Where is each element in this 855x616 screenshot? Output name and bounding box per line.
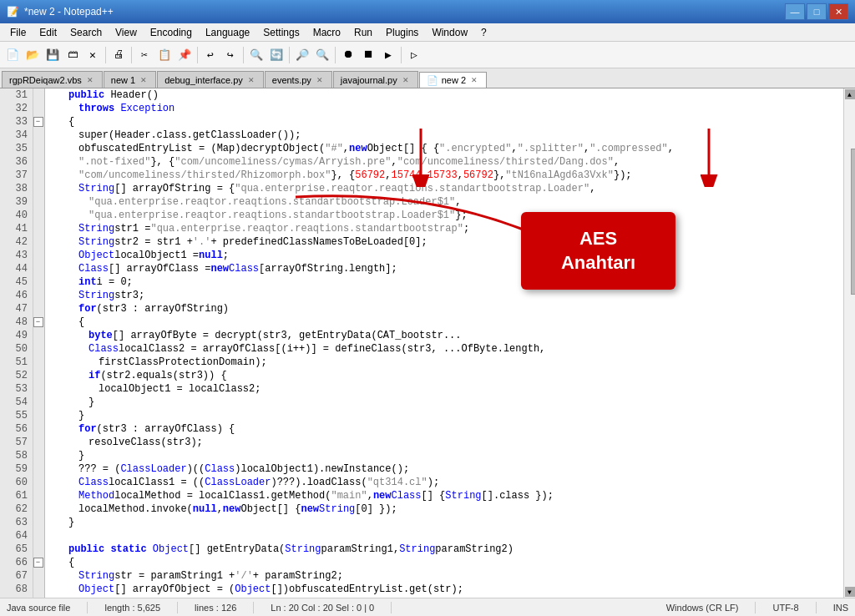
code-line-55: } — [45, 409, 843, 422]
scroll-thumb[interactable] — [851, 149, 856, 295]
ln-39: 39 — [0, 195, 33, 209]
tab-new2[interactable]: 📄 new 2 ✕ — [419, 72, 487, 88]
gutter-33: − — [33, 115, 44, 129]
close-button[interactable]: ✕ — [828, 3, 848, 20]
scroll-down-button[interactable]: ▼ — [845, 587, 855, 597]
code-line-64 — [45, 529, 843, 543]
ln-48: 48 — [0, 316, 33, 329]
code-line-60: Class localClass1 = ((ClassLoader)???).l… — [45, 476, 843, 489]
macro-play-button[interactable]: ▶ — [379, 46, 397, 64]
menu-search[interactable]: Search — [63, 23, 109, 41]
tab-new1-label: new 1 — [111, 75, 135, 85]
tab-events-close[interactable]: ✕ — [316, 76, 323, 84]
separator-1 — [105, 47, 106, 63]
ln-40: 40 — [0, 209, 33, 222]
replace-button[interactable]: 🔄 — [267, 46, 286, 64]
app-icon: 📝 — [7, 6, 19, 18]
menu-plugins[interactable]: Plugins — [379, 23, 425, 41]
copy-button[interactable]: 📋 — [155, 46, 174, 64]
tab-debug[interactable]: debug_interface.py ✕ — [157, 71, 264, 88]
status-lines: lines : 126 — [195, 603, 236, 613]
menu-window[interactable]: Window — [425, 23, 474, 41]
code-line-38: String[] arrayOfString = { "qua.enterpri… — [45, 182, 843, 195]
title-bar-controls[interactable]: — □ ✕ — [785, 3, 848, 20]
code-line-42: String str2 = str1 + '.' + predefinedCla… — [45, 235, 843, 249]
gutter-43 — [33, 249, 44, 262]
tab-events[interactable]: events.py ✕ — [265, 71, 332, 88]
tab-javajournal[interactable]: javajournal.py ✕ — [333, 71, 418, 88]
ln-66: 66 — [0, 556, 33, 569]
new-button[interactable]: 📄 — [3, 46, 22, 64]
gutter-61 — [33, 489, 44, 502]
undo-button[interactable]: ↩ — [201, 46, 220, 64]
menu-edit[interactable]: Edit — [33, 23, 63, 41]
tab-debug-close[interactable]: ✕ — [248, 76, 255, 84]
fold-48[interactable]: − — [33, 317, 43, 327]
tab-new2-close[interactable]: ✕ — [471, 76, 478, 84]
tab-events-label: events.py — [272, 75, 311, 85]
open-button[interactable]: 📂 — [23, 46, 42, 64]
menu-language[interactable]: Language — [199, 23, 256, 41]
code-line-56: for (str3 : arrayOfClass) { — [45, 422, 843, 436]
tab-vbs-close[interactable]: ✕ — [87, 76, 94, 84]
save-all-button[interactable]: 🗃 — [63, 46, 82, 64]
fold-66[interactable]: − — [33, 558, 43, 568]
cut-button[interactable]: ✂ — [135, 46, 154, 64]
line-numbers: 31 32 33 34 35 36 37 38 39 40 41 42 43 4… — [0, 88, 33, 598]
save-button[interactable]: 💾 — [43, 46, 62, 64]
code-line-37: "com/uncomeliness/thirsted/Rhizomorph.bo… — [45, 169, 843, 182]
tab-new1[interactable]: new 1 ✕ — [104, 71, 156, 88]
gutter-50 — [33, 342, 44, 356]
print-button[interactable]: 🖨 — [109, 46, 128, 64]
separator-2 — [131, 47, 132, 63]
ln-59: 59 — [0, 462, 33, 476]
minimize-button[interactable]: — — [785, 3, 805, 20]
code-line-32: throws Exception — [45, 102, 843, 115]
macro-stop-button[interactable]: ⏹ — [359, 46, 377, 64]
ln-34: 34 — [0, 129, 33, 142]
window-title: *new 2 - Notepad++ — [24, 6, 114, 18]
ln-54: 54 — [0, 396, 33, 409]
menu-settings[interactable]: Settings — [256, 23, 306, 41]
tab-vbs[interactable]: rgpRDeiqaw2.vbs ✕ — [2, 71, 103, 88]
menu-file[interactable]: File — [3, 23, 33, 41]
ln-57: 57 — [0, 436, 33, 449]
menu-encoding[interactable]: Encoding — [144, 23, 199, 41]
menu-run[interactable]: Run — [347, 23, 379, 41]
menu-view[interactable]: View — [109, 23, 144, 41]
status-sep-1 — [87, 602, 88, 613]
zoom-in-button[interactable]: 🔎 — [293, 46, 311, 64]
tab-new2-label: new 2 — [442, 75, 466, 85]
tab-new1-close[interactable]: ✕ — [140, 76, 147, 84]
maximize-button[interactable]: □ — [807, 3, 827, 20]
gutter-37 — [33, 169, 44, 182]
fold-33[interactable]: − — [33, 117, 43, 127]
ln-55: 55 — [0, 409, 33, 422]
code-line-41: String str1 = "qua.enterprise.reaqtor.re… — [45, 222, 843, 235]
separator-7 — [401, 47, 402, 63]
menu-help[interactable]: ? — [474, 23, 493, 41]
code-line-66: { — [45, 556, 843, 569]
paste-button[interactable]: 📌 — [175, 46, 194, 64]
ln-60: 60 — [0, 476, 33, 489]
macro-record-button[interactable]: ⏺ — [339, 46, 357, 64]
ln-61: 61 — [0, 489, 33, 502]
zoom-out-button[interactable]: 🔍 — [313, 46, 331, 64]
find-button[interactable]: 🔍 — [247, 46, 266, 64]
gutter-53 — [33, 382, 44, 396]
menu-macro[interactable]: Macro — [306, 23, 347, 41]
redo-button[interactable]: ↪ — [221, 46, 240, 64]
scroll-up-button[interactable]: ▲ — [845, 89, 855, 99]
code-line-53: localObject1 = localClass2; — [45, 382, 843, 396]
code-line-63: } — [45, 516, 843, 529]
ln-37: 37 — [0, 169, 33, 182]
scrollbar[interactable]: ▲ ▼ — [843, 88, 855, 598]
ln-35: 35 — [0, 142, 33, 155]
editor-container: 31 32 33 34 35 36 37 38 39 40 41 42 43 4… — [0, 88, 855, 598]
code-area[interactable]: public Header() throws Exception { super… — [45, 88, 843, 598]
status-sep-3 — [253, 602, 254, 613]
close-button-tb[interactable]: ✕ — [83, 46, 102, 64]
run-button[interactable]: ▷ — [405, 46, 423, 64]
tab-javajournal-close[interactable]: ✕ — [402, 76, 409, 84]
tab-javajournal-label: javajournal.py — [341, 75, 397, 85]
